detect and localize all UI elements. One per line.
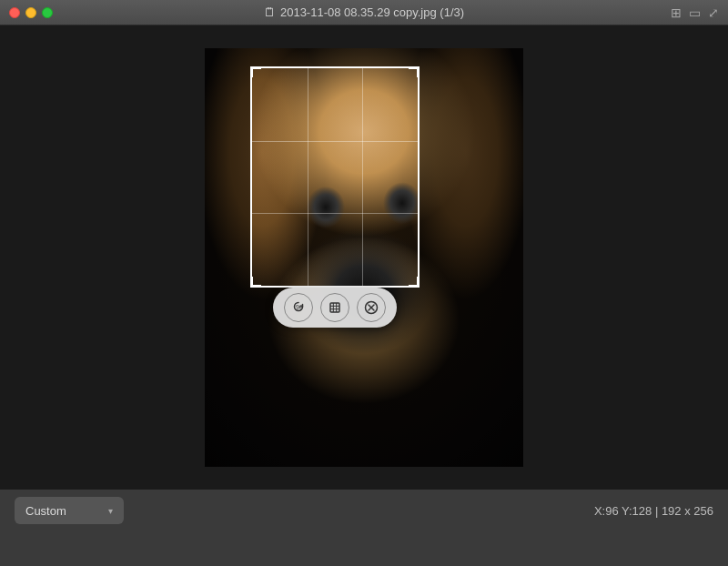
crop-overlay-right	[420, 66, 523, 288]
document-icon: 🗒	[264, 5, 276, 19]
crop-toolbar: 90	[273, 288, 397, 328]
crop-overlay-top	[205, 48, 523, 66]
status-coords: X:96 Y:128 | 192 x 256	[594, 504, 713, 518]
traffic-lights	[9, 7, 53, 18]
maximize-button[interactable]	[42, 7, 53, 18]
window-title: 🗒 2013-11-08 08.35.29 copy.jpg (1/3)	[264, 5, 464, 19]
minimize-button[interactable]	[25, 7, 36, 18]
title-text: 2013-11-08 08.35.29 copy.jpg (1/3)	[280, 5, 464, 19]
grid-line-h1	[252, 141, 418, 142]
sidebar-toggle-icon[interactable]: ⊞	[671, 5, 682, 20]
dropdown-label: Custom	[25, 504, 66, 518]
titlebar-right-icons: ⊞ ▭ ⤢	[671, 5, 719, 20]
crop-grid	[252, 68, 418, 286]
statusbar: Custom ▾ X:96 Y:128 | 192 x 256	[0, 490, 728, 531]
rotate-button[interactable]: 90	[284, 293, 313, 322]
window-mode-icon[interactable]: ▭	[689, 5, 701, 20]
rotate-icon: 90	[291, 300, 306, 315]
fullscreen-icon[interactable]: ⤢	[708, 5, 719, 20]
svg-rect-1	[330, 303, 339, 312]
crop-overlay-left	[205, 66, 250, 288]
image-canvas[interactable]: 90	[0, 25, 728, 490]
grid-line-v2	[362, 68, 363, 286]
crop-icon	[328, 300, 342, 315]
grid-line-v1	[308, 68, 308, 286]
crop-selection[interactable]: 90	[250, 66, 420, 288]
close-circle-icon	[364, 300, 379, 315]
titlebar: 🗒 2013-11-08 08.35.29 copy.jpg (1/3) ⊞ ▭…	[0, 0, 728, 25]
photo-container: 90	[205, 48, 523, 467]
svg-text:90: 90	[296, 304, 303, 310]
aspect-ratio-dropdown[interactable]: Custom ▾	[15, 497, 124, 524]
crop-button[interactable]	[320, 293, 349, 322]
cancel-crop-button[interactable]	[357, 293, 386, 322]
main-area: 90	[0, 25, 728, 531]
close-button[interactable]	[9, 7, 20, 18]
dropdown-arrow-icon: ▾	[108, 506, 113, 516]
grid-line-h2	[252, 213, 418, 214]
